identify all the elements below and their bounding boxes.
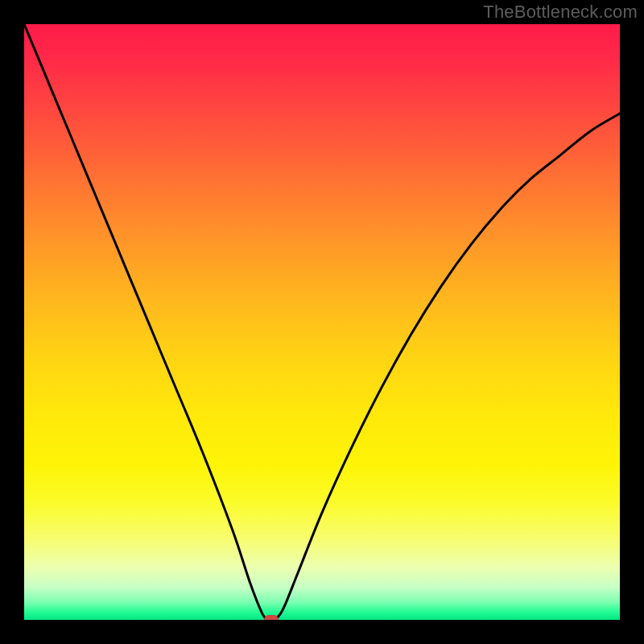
curve-svg bbox=[24, 24, 620, 620]
chart-frame: TheBottleneck.com bbox=[0, 0, 644, 644]
plot-area bbox=[24, 24, 620, 620]
bottleneck-curve bbox=[24, 24, 620, 620]
optimum-marker bbox=[264, 615, 279, 620]
watermark-text: TheBottleneck.com bbox=[483, 2, 638, 23]
